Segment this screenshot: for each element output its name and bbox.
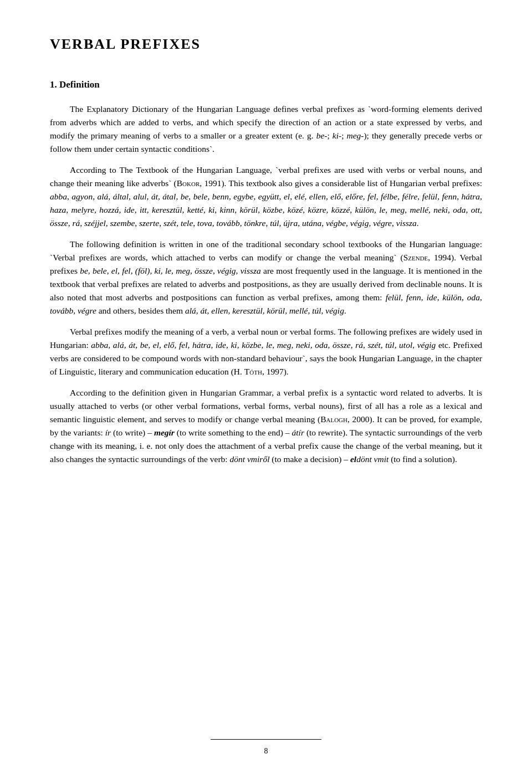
page-title: Verbal Prefixes	[50, 33, 482, 55]
paragraph-5: According to the definition given in Hun…	[50, 386, 482, 466]
section-heading-definition: 1. Definition	[50, 78, 482, 92]
paragraph-4: Verbal prefixes modify the meaning of a …	[50, 325, 482, 378]
page-footer: 8	[0, 739, 532, 757]
page: Verbal Prefixes 1. Definition The Explan…	[0, 0, 532, 774]
footer-divider	[211, 739, 321, 740]
paragraph-1: The Explanatory Dictionary of the Hungar…	[50, 102, 482, 156]
page-number: 8	[264, 747, 268, 755]
paragraph-3: The following definition is written in o…	[50, 238, 482, 317]
paragraph-2: According to The Textbook of the Hungari…	[50, 163, 482, 230]
